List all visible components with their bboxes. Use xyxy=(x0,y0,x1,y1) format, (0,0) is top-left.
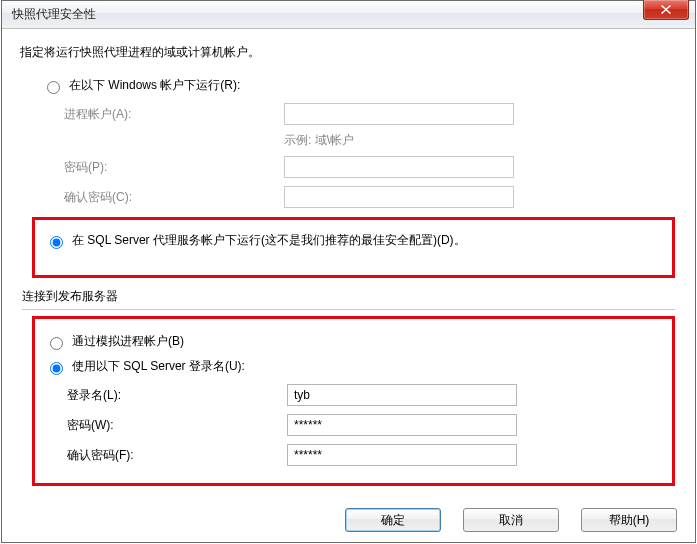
process-account-input xyxy=(284,103,514,125)
button-bar: 确定 取消 帮助(H) xyxy=(345,508,677,532)
windows-account-fields: 进程帐户(A): 示例: 域\帐户 密码(P): 确认密码(C): xyxy=(64,102,675,209)
section-divider xyxy=(22,309,675,310)
radio-windows-account-row[interactable]: 在以下 Windows 帐户下运行(R): xyxy=(42,77,675,94)
process-account-label: 进程帐户(A): xyxy=(64,106,284,123)
connect-section-header: 连接到发布服务器 xyxy=(22,288,675,310)
password-input-2[interactable] xyxy=(287,414,517,436)
radio-sqllogin-row[interactable]: 使用以下 SQL Server 登录名(U): xyxy=(45,358,662,375)
login-name-input[interactable] xyxy=(287,384,517,406)
run-under-group: 在以下 Windows 帐户下运行(R): 进程帐户(A): 示例: 域\帐户 … xyxy=(42,77,675,209)
radio-sqlagent-row[interactable]: 在 SQL Server 代理服务帐户下运行(这不是我们推荐的最佳安全配置)(D… xyxy=(45,232,662,249)
confirm-password-label-2: 确认密码(F): xyxy=(67,447,287,464)
dialog-window: 快照代理安全性 指定将运行快照代理进程的域或计算机帐户。 在以下 Windows… xyxy=(1,0,696,543)
login-name-label: 登录名(L): xyxy=(67,387,287,404)
password-label-1: 密码(P): xyxy=(64,159,284,176)
password-label-2: 密码(W): xyxy=(67,417,287,434)
close-icon xyxy=(661,5,671,14)
help-button[interactable]: 帮助(H) xyxy=(581,508,677,532)
radio-impersonate[interactable] xyxy=(50,337,63,350)
radio-impersonate-row[interactable]: 通过模拟进程帐户(B) xyxy=(45,333,662,350)
cancel-button[interactable]: 取消 xyxy=(463,508,559,532)
sqllogin-fields: 登录名(L): 密码(W): 确认密码(F): xyxy=(67,383,662,467)
client-area: 指定将运行快照代理进程的域或计算机帐户。 在以下 Windows 帐户下运行(R… xyxy=(2,30,695,542)
confirm-password-input-2[interactable] xyxy=(287,444,517,466)
highlight-connect: 通过模拟进程帐户(B) 使用以下 SQL Server 登录名(U): 登录名(… xyxy=(32,316,675,486)
titlebar: 快照代理安全性 xyxy=(2,1,695,29)
radio-sqlagent-label: 在 SQL Server 代理服务帐户下运行(这不是我们推荐的最佳安全配置)(D… xyxy=(72,232,466,249)
window-title: 快照代理安全性 xyxy=(2,6,96,23)
intro-text: 指定将运行快照代理进程的域或计算机帐户。 xyxy=(2,30,695,71)
password-input-1 xyxy=(284,156,514,178)
highlight-sqlagent: 在 SQL Server 代理服务帐户下运行(这不是我们推荐的最佳安全配置)(D… xyxy=(32,217,675,278)
example-text: 示例: 域\帐户 xyxy=(284,132,354,149)
close-button[interactable] xyxy=(643,0,689,20)
confirm-password-input-1 xyxy=(284,186,514,208)
ok-button[interactable]: 确定 xyxy=(345,508,441,532)
radio-sqllogin-label: 使用以下 SQL Server 登录名(U): xyxy=(72,358,245,375)
radio-windows-account[interactable] xyxy=(47,81,60,94)
radio-sqllogin[interactable] xyxy=(50,362,63,375)
radio-sqlagent[interactable] xyxy=(50,236,63,249)
connect-section-title: 连接到发布服务器 xyxy=(22,289,118,303)
radio-impersonate-label: 通过模拟进程帐户(B) xyxy=(72,333,184,350)
radio-windows-account-label: 在以下 Windows 帐户下运行(R): xyxy=(69,77,240,94)
confirm-password-label-1: 确认密码(C): xyxy=(64,189,284,206)
